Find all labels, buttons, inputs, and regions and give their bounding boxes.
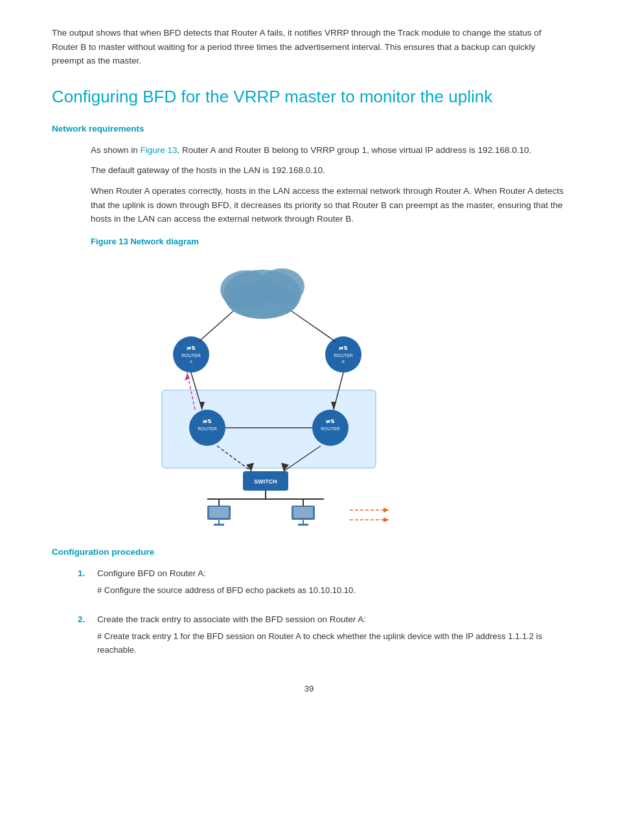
figure-label: Figure 13 Network diagram <box>91 235 566 248</box>
configuration-procedure-section: Configuration procedure 1. Configure BFD… <box>52 546 566 657</box>
network-req-para3: When Router A operates correctly, hosts … <box>91 184 566 226</box>
figure13-link[interactable]: Figure 13 <box>141 145 177 155</box>
page-number: 39 <box>52 682 566 695</box>
diagram-svg: ⇄⇅ ROUTER A ⇄⇅ ROUTER B ⇄⇅ ROUTER ⇄⇅ ROU… <box>91 254 453 526</box>
svg-rect-37 <box>209 507 229 518</box>
svg-text:ROUTER: ROUTER <box>198 426 217 431</box>
network-requirements-heading: Network requirements <box>52 122 566 135</box>
svg-rect-39 <box>214 524 224 526</box>
para1-prefix: As shown in <box>91 145 141 155</box>
config-title-1: Configure BFD on Router A: <box>97 567 566 580</box>
network-req-para2: The default gateway of the hosts in the … <box>91 163 566 178</box>
section-heading: Configuring BFD for the VRRP master to m… <box>52 86 566 108</box>
svg-text:ROUTER: ROUTER <box>334 353 353 358</box>
config-content-1: Configure BFD on Router A: # Configure t… <box>97 567 566 598</box>
config-item-1: 1. Configure BFD on Router A: # Configur… <box>78 567 566 598</box>
config-content-2: Create the track entry to associate with… <box>97 613 566 657</box>
svg-marker-23 <box>185 373 190 380</box>
svg-marker-47 <box>383 508 389 513</box>
config-number-2: 2. <box>78 613 97 626</box>
config-title-2: Create the track entry to associate with… <box>97 613 566 626</box>
svg-text:ROUTER: ROUTER <box>181 353 201 358</box>
para1-suffix: , Router A and Router B belong to VRRP g… <box>177 145 532 155</box>
svg-text:B: B <box>342 360 345 364</box>
network-diagram: ⇄⇅ ROUTER A ⇄⇅ ROUTER B ⇄⇅ ROUTER ⇄⇅ ROU… <box>91 254 566 526</box>
config-list: 1. Configure BFD on Router A: # Configur… <box>78 567 566 657</box>
svg-text:⇄⇅: ⇄⇅ <box>187 345 196 351</box>
svg-line-20 <box>292 311 336 342</box>
configuration-procedure-heading: Configuration procedure <box>52 546 566 559</box>
network-req-para1: As shown in Figure 13, Router A and Rout… <box>91 143 566 158</box>
svg-line-19 <box>199 311 233 342</box>
config-code-1: # Configure the source address of BFD ec… <box>97 584 566 598</box>
svg-point-3 <box>227 283 298 319</box>
svg-text:⇄⇅: ⇄⇅ <box>326 419 335 425</box>
config-number-1: 1. <box>78 567 97 580</box>
intro-text: The output shows that when BFD detects t… <box>52 26 566 68</box>
svg-text:SWITCH: SWITCH <box>254 478 277 485</box>
config-code-2: # Create track entry 1 for the BFD sessi… <box>97 630 566 657</box>
svg-rect-44 <box>298 524 308 526</box>
svg-text:⇄⇅: ⇄⇅ <box>339 345 348 351</box>
svg-text:⇄⇅: ⇄⇅ <box>203 419 212 425</box>
svg-text:ROUTER: ROUTER <box>321 426 340 431</box>
svg-text:A: A <box>190 360 192 364</box>
svg-marker-49 <box>383 517 389 522</box>
config-item-2: 2. Create the track entry to associate w… <box>78 613 566 657</box>
svg-rect-42 <box>293 507 313 518</box>
